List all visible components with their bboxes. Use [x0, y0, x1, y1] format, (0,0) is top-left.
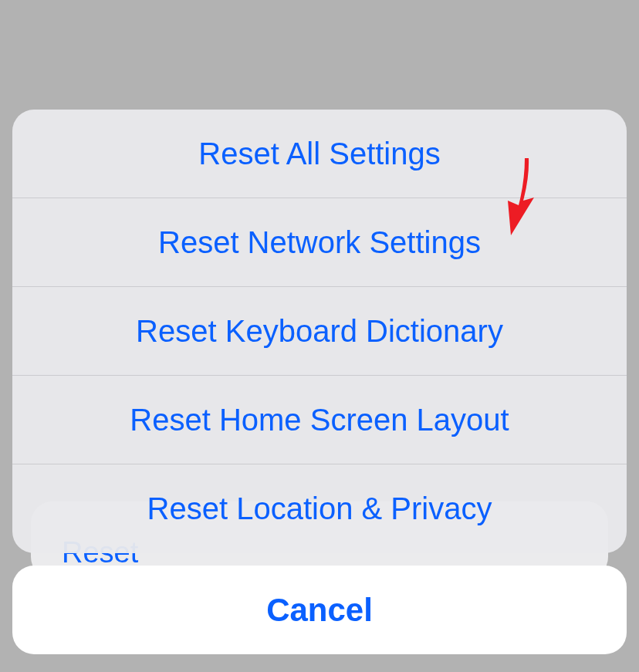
reset-location-privacy-button[interactable]: Reset Location & Privacy	[12, 464, 627, 553]
reset-all-settings-button[interactable]: Reset All Settings	[12, 110, 627, 198]
action-sheet: Reset All Settings Reset Network Setting…	[12, 110, 627, 654]
reset-keyboard-dictionary-button[interactable]: Reset Keyboard Dictionary	[12, 287, 627, 376]
cancel-label: Cancel	[266, 592, 373, 629]
option-label: Reset Location & Privacy	[147, 491, 492, 526]
cancel-button[interactable]: Cancel	[12, 566, 627, 654]
option-label: Reset Home Screen Layout	[130, 403, 509, 437]
action-sheet-options: Reset All Settings Reset Network Setting…	[12, 110, 627, 553]
option-label: Reset Keyboard Dictionary	[136, 314, 503, 349]
reset-network-settings-button[interactable]: Reset Network Settings	[12, 198, 627, 287]
option-label: Reset Network Settings	[158, 225, 481, 260]
reset-home-screen-layout-button[interactable]: Reset Home Screen Layout	[12, 376, 627, 464]
option-label: Reset All Settings	[198, 137, 441, 171]
